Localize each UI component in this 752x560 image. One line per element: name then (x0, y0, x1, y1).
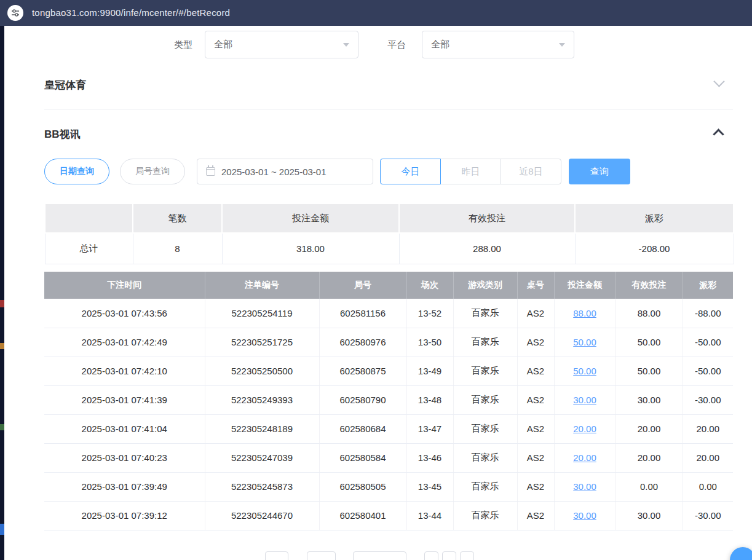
bet-amount-cell: 30.00 (554, 501, 615, 530)
summary-valid-bet: 288.00 (399, 233, 575, 264)
bet-time: 2025-03-01 07:41:39 (44, 385, 205, 414)
calendar-icon (206, 167, 215, 176)
payout: 0.00 (683, 472, 733, 501)
round-query-tab[interactable]: 局号查询 (120, 159, 185, 184)
table-row: 2025-03-01 07:39:12 522305244670 6025804… (44, 501, 733, 530)
bet-time: 2025-03-01 07:42:49 (44, 328, 205, 357)
background-fragment (0, 343, 4, 349)
table-number: AS2 (517, 501, 554, 530)
game-type: 百家乐 (453, 299, 517, 328)
payout: -50.00 (683, 328, 733, 357)
bet-time: 2025-03-01 07:39:49 (44, 472, 205, 501)
type-filter-label: 类型 (174, 39, 192, 51)
address-bar-badge[interactable] (7, 5, 23, 21)
chevron-down-icon (559, 43, 565, 50)
pagination-button[interactable] (442, 551, 456, 560)
bet-amount-link[interactable]: 50.00 (573, 337, 596, 347)
table-number: AS2 (517, 443, 554, 472)
bet-amount-link[interactable]: 50.00 (573, 366, 596, 376)
bet-table-header-cell: 局号 (319, 272, 406, 299)
bet-amount-link[interactable]: 88.00 (573, 308, 596, 318)
bet-amount-link[interactable]: 30.00 (573, 510, 596, 521)
bet-time: 2025-03-01 07:43:56 (44, 299, 205, 328)
pagination-button[interactable] (424, 551, 438, 560)
chevron-down-icon (343, 43, 349, 50)
bet-amount-link[interactable]: 20.00 (573, 424, 596, 434)
round-number: 602580790 (319, 385, 406, 414)
bet-record-screen: tongbao31.com:9900/infe/mcenter/#/betRec… (0, 0, 752, 560)
summary-total-label: 总计 (45, 233, 133, 264)
search-button[interactable]: 查询 (569, 159, 630, 184)
valid-bet: 50.00 (615, 328, 683, 357)
table-number: AS2 (517, 299, 554, 328)
date-range-input[interactable]: 2025-03-01 ~ 2025-03-01 (197, 159, 373, 184)
type-filter-select[interactable]: 全部 (205, 31, 358, 58)
bet-amount-cell: 20.00 (554, 414, 615, 443)
pagination-button[interactable] (460, 551, 474, 560)
background-window-edge (0, 26, 4, 560)
session: 13-49 (406, 357, 453, 385)
bet-amount-cell: 50.00 (554, 328, 615, 357)
round-number: 602580401 (319, 501, 406, 530)
payout: -30.00 (683, 501, 733, 530)
pagination-page-button[interactable] (307, 551, 336, 560)
valid-bet: 50.00 (615, 357, 683, 385)
table-number: AS2 (517, 472, 554, 501)
bet-amount-link[interactable]: 30.00 (573, 395, 596, 405)
table-row: 2025-03-01 07:43:56 522305254119 6025811… (44, 299, 733, 328)
payout: -50.00 (683, 357, 733, 385)
type-filter-value: 全部 (214, 39, 232, 50)
platform-filter-value: 全部 (431, 39, 449, 50)
section-title-crown-sports[interactable]: 皇冠体育 (44, 78, 86, 92)
game-type: 百家乐 (453, 414, 517, 443)
bet-table-header-cell: 注单编号 (205, 272, 319, 299)
summary-header-cell (45, 203, 133, 233)
payout: -30.00 (683, 385, 733, 414)
url-text[interactable]: tongbao31.com:9900/infe/mcenter/#/betRec… (32, 0, 230, 26)
date-query-tab[interactable]: 日期查询 (44, 159, 109, 184)
summary-bet-amount: 318.00 (222, 233, 399, 264)
session: 13-44 (406, 501, 453, 530)
valid-bet: 0.00 (615, 472, 683, 501)
platform-filter-select[interactable]: 全部 (422, 31, 574, 58)
bet-records-table: 下注时间 注单编号 局号 场次 游戏类别 桌号 投注金额 有效投注 派彩 (44, 272, 733, 530)
summary-payout: -208.00 (575, 233, 734, 264)
summary-table: 笔数 投注金额 有效投注 派彩 总计 8 318.00 288.00 -208.… (44, 203, 734, 264)
bet-table-header-cell: 游戏类别 (453, 272, 517, 299)
quick-range-yesterday[interactable]: 昨日 (440, 159, 501, 184)
order-number: 522305250500 (205, 357, 319, 385)
background-fragment (0, 524, 4, 535)
session: 13-48 (406, 385, 453, 414)
quick-range-today[interactable]: 今日 (380, 159, 441, 184)
table-row: 2025-03-01 07:42:10 522305250500 6025808… (44, 357, 733, 385)
game-type: 百家乐 (453, 501, 517, 530)
valid-bet: 88.00 (615, 299, 683, 328)
bet-amount-link[interactable]: 20.00 (573, 452, 596, 463)
table-row: 2025-03-01 07:41:04 522305248189 6025806… (44, 414, 733, 443)
quick-range-last8days[interactable]: 近8日 (501, 159, 561, 184)
valid-bet: 30.00 (615, 501, 683, 530)
section-title-bb-live[interactable]: BB视讯 (44, 127, 81, 141)
pagination-page-size-select[interactable] (353, 551, 406, 560)
browser-address-bar: tongbao31.com:9900/infe/mcenter/#/betRec… (0, 0, 752, 26)
summary-header-cell: 笔数 (133, 203, 222, 233)
payout: 20.00 (683, 414, 733, 443)
chevron-up-icon[interactable] (713, 128, 724, 140)
date-range-value: 2025-03-01 ~ 2025-03-01 (221, 167, 327, 177)
bet-time: 2025-03-01 07:39:12 (44, 501, 205, 530)
pagination-prev-button[interactable] (265, 551, 288, 560)
summary-total-row: 总计 8 318.00 288.00 -208.00 (45, 233, 734, 264)
platform-filter-label: 平台 (387, 39, 406, 51)
summary-header-cell: 投注金额 (222, 203, 399, 233)
floating-action-button[interactable] (730, 547, 752, 560)
chevron-down-icon[interactable] (713, 76, 724, 87)
order-number: 522305254119 (205, 299, 319, 328)
valid-bet: 20.00 (615, 443, 683, 472)
table-row: 2025-03-01 07:40:23 522305247039 6025805… (44, 443, 733, 472)
bet-amount-cell: 30.00 (554, 385, 615, 414)
bet-table-header-cell: 投注金额 (554, 272, 615, 299)
game-type: 百家乐 (453, 472, 517, 501)
bet-time: 2025-03-01 07:40:23 (44, 443, 205, 472)
bet-amount-cell: 50.00 (554, 357, 615, 385)
bet-amount-link[interactable]: 30.00 (573, 481, 596, 492)
